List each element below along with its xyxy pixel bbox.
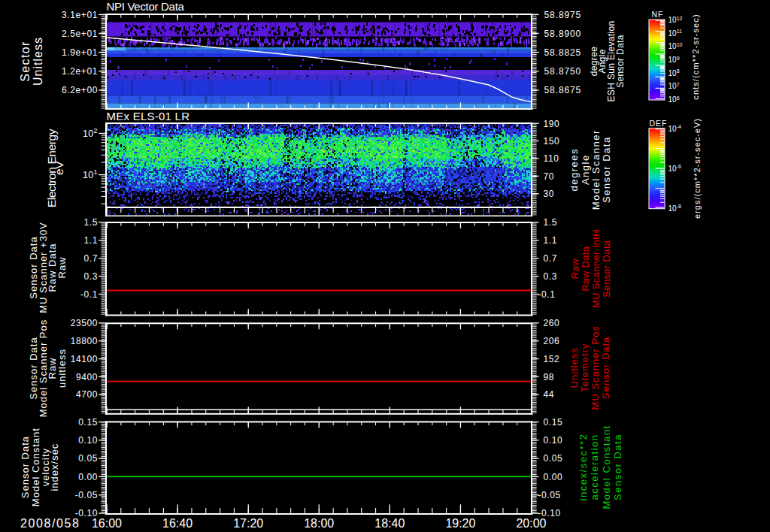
svg-text:260: 260: [544, 318, 560, 328]
svg-text:1.5: 1.5: [84, 217, 98, 228]
svg-text:0.00: 0.00: [78, 472, 98, 482]
svg-text:18800: 18800: [71, 336, 98, 346]
svg-text:Model Scanner: Model Scanner: [590, 129, 602, 210]
svg-text:NPI Vector Data: NPI Vector Data: [107, 0, 185, 13]
svg-text:unitless: unitless: [56, 349, 68, 388]
svg-text:NF: NF: [652, 10, 664, 19]
svg-text:0.10: 0.10: [78, 435, 98, 446]
svg-text:Sector: Sector: [19, 41, 32, 82]
svg-text:Raw: Raw: [569, 258, 581, 279]
svg-text:-0.05: -0.05: [538, 490, 561, 500]
svg-text:190: 190: [544, 119, 560, 129]
svg-text:152: 152: [544, 354, 560, 364]
svg-text:23500: 23500: [71, 318, 98, 328]
svg-text:110: 110: [544, 153, 559, 164]
svg-text:206: 206: [544, 336, 560, 346]
svg-text:Sensor Data: Sensor Data: [601, 136, 612, 203]
svg-text:6.2e+00: 6.2e+00: [62, 85, 98, 95]
svg-text:-0.1: -0.1: [80, 289, 98, 300]
svg-text:30: 30: [544, 189, 555, 199]
svg-text:acceleration: acceleration: [589, 434, 600, 500]
svg-text:18:40: 18:40: [374, 517, 405, 530]
svg-text:Telemetry: Telemetry: [579, 343, 590, 392]
svg-text:incex/sec**2: incex/sec**2: [578, 434, 589, 501]
svg-text:0.10: 0.10: [544, 435, 563, 446]
svg-text:Unitless: Unitless: [568, 347, 580, 388]
svg-text:1.1: 1.1: [544, 235, 557, 246]
svg-text:degrees: degrees: [568, 148, 580, 191]
svg-text:Sensor Data: Sensor Data: [601, 240, 612, 298]
svg-text:Raw: Raw: [56, 256, 68, 278]
svg-text:18:00: 18:00: [304, 517, 334, 530]
svg-text:MEx ELS-01 LR: MEx ELS-01 LR: [107, 110, 190, 122]
svg-text:58.8975: 58.8975: [544, 10, 582, 20]
svg-text:14100: 14100: [71, 354, 98, 364]
svg-text:2008/058: 2008/058: [20, 517, 80, 530]
svg-text:0.05: 0.05: [544, 453, 563, 464]
svg-text:ergs/(cm**2-sr-sec-eV): ergs/(cm**2-sr-sec-eV): [693, 118, 702, 219]
svg-text:Model Constant: Model Constant: [601, 425, 612, 509]
svg-text:20:00: 20:00: [516, 517, 546, 530]
svg-text:0.3: 0.3: [84, 271, 98, 282]
svg-text:0.00: 0.00: [544, 472, 563, 482]
svg-text:70: 70: [544, 171, 555, 182]
svg-text:58.8750: 58.8750: [544, 66, 582, 77]
svg-text:58.8675: 58.8675: [544, 85, 582, 95]
svg-text:1.2e+01: 1.2e+01: [62, 66, 98, 77]
svg-text:DEF: DEF: [650, 119, 668, 128]
svg-text:0.7: 0.7: [84, 253, 98, 264]
svg-text:0.15: 0.15: [544, 417, 563, 428]
svg-text:150: 150: [544, 136, 560, 147]
svg-text:-0.05: -0.05: [75, 490, 98, 500]
svg-text:3.1e+01: 3.1e+01: [62, 10, 98, 20]
svg-text:Sensor Data: Sensor Data: [615, 35, 626, 88]
svg-text:1.1: 1.1: [84, 235, 98, 246]
svg-text:-0.1: -0.1: [538, 289, 556, 300]
svg-text:MU Scanner IntH: MU Scanner IntH: [590, 229, 602, 308]
svg-text:17:20: 17:20: [233, 517, 263, 530]
svg-text:58.8900: 58.8900: [544, 29, 582, 39]
svg-text:0.15: 0.15: [78, 417, 98, 428]
svg-text:degree: degree: [589, 47, 599, 76]
svg-text:0.05: 0.05: [78, 453, 98, 464]
svg-text:Angle: Angle: [580, 154, 591, 185]
svg-text:0.7: 0.7: [544, 253, 557, 264]
svg-text:Sensor Data: Sensor Data: [612, 434, 623, 500]
svg-text:2.5e+01: 2.5e+01: [62, 29, 98, 39]
svg-text:16:40: 16:40: [162, 517, 192, 530]
svg-text:58.8825: 58.8825: [544, 47, 582, 58]
svg-text:9400: 9400: [76, 372, 98, 382]
svg-text:4700: 4700: [76, 389, 98, 400]
svg-text:MU Scanner Pos: MU Scanner Pos: [590, 325, 601, 410]
svg-text:Sensor Data: Sensor Data: [600, 337, 611, 399]
svg-text:44: 44: [544, 389, 555, 400]
svg-text:cnts/(cm**2-sr-sec): cnts/(cm**2-sr-sec): [691, 14, 700, 99]
svg-text:98: 98: [544, 372, 555, 382]
svg-text:0.3: 0.3: [544, 271, 557, 282]
svg-text:1.9e+01: 1.9e+01: [62, 47, 98, 58]
svg-text:Unitless: Unitless: [32, 37, 44, 86]
svg-text:19:20: 19:20: [445, 517, 475, 530]
svg-text:1.5: 1.5: [544, 217, 557, 228]
svg-text:index/sec: index/sec: [49, 443, 60, 491]
svg-text:Raw Data: Raw Data: [580, 246, 591, 291]
svg-text:16:00: 16:00: [92, 517, 122, 530]
svg-text:eV: eV: [53, 161, 65, 175]
svg-text:Sensor Data: Sensor Data: [20, 436, 31, 498]
